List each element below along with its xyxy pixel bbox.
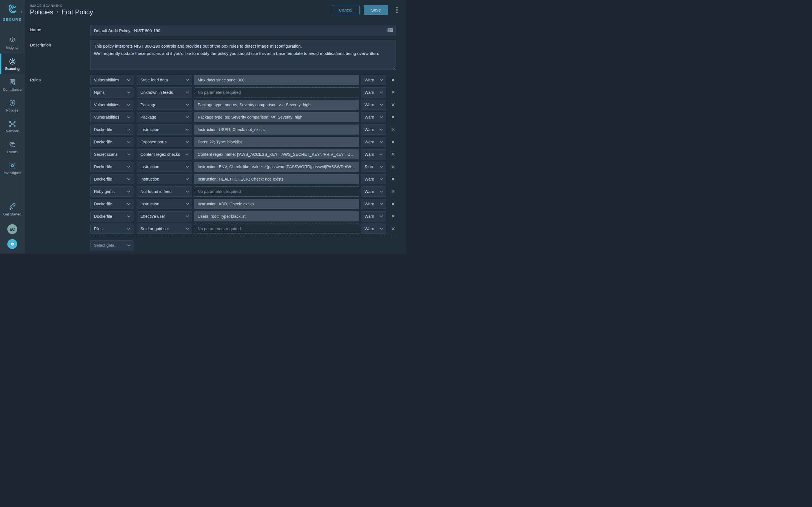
remove-rule-icon[interactable]: ✕ (390, 75, 396, 85)
gate-dropdown[interactable]: Dockerfile (90, 211, 133, 221)
rule-row: Files Suid or guid set No parameters req… (90, 224, 396, 234)
remove-rule-icon[interactable]: ✕ (390, 224, 396, 234)
remove-rule-icon[interactable]: ✕ (390, 211, 396, 221)
gate-dropdown[interactable]: Vulnerabilities (90, 100, 133, 110)
remove-rule-icon[interactable]: ✕ (390, 149, 396, 159)
rule-parameters[interactable]: Instruction: ENV; Check: like; Value: .*… (194, 162, 359, 172)
remove-rule-icon[interactable]: ✕ (390, 199, 396, 209)
remove-rule-icon[interactable]: ✕ (390, 124, 396, 135)
action-dropdown[interactable]: Warn (361, 124, 386, 135)
trigger-dropdown[interactable]: Instruction (137, 162, 192, 172)
trigger-dropdown[interactable]: Exposed ports (137, 137, 192, 147)
action-dropdown[interactable]: Warn (361, 149, 386, 159)
action-dropdown[interactable]: Warn (361, 100, 386, 110)
trigger-dropdown[interactable]: Not found in feed (137, 186, 192, 196)
action-dropdown[interactable]: Warn (361, 137, 386, 147)
gate-dropdown[interactable]: Vulnerabilities (90, 75, 133, 85)
action-dropdown[interactable]: Warn (361, 112, 386, 122)
trigger-dropdown[interactable]: Unknown in feeds (137, 87, 192, 98)
sidebar-item-label: Events (7, 150, 17, 154)
name-label: Name (30, 25, 90, 36)
chevron-down-icon (380, 92, 383, 94)
gate-dropdown[interactable]: Dockerfile (90, 137, 133, 147)
gate-dropdown[interactable]: Dockerfile (90, 199, 133, 209)
remove-rule-icon[interactable]: ✕ (390, 87, 396, 98)
remove-rule-icon[interactable]: ✕ (390, 112, 396, 122)
brand-name: SECURE (3, 17, 21, 22)
action-dropdown[interactable]: Warn (361, 174, 386, 184)
trigger-dropdown[interactable]: Stale feed data (137, 75, 192, 85)
policy-description-textarea[interactable]: This policy interprets NIST 800-190 cont… (90, 40, 396, 70)
rule-parameters-text: No parameters required (198, 226, 241, 231)
contact-card-icon[interactable] (388, 28, 393, 34)
gate-dropdown[interactable]: Dockerfile (90, 174, 133, 184)
viewfinder-icon (8, 162, 17, 170)
action-dropdown[interactable]: Stop (361, 162, 386, 172)
sidebar-item-compliance[interactable]: Compliance (0, 74, 24, 95)
chevron-down-icon (380, 216, 383, 217)
action-dropdown[interactable]: Warn (361, 224, 386, 234)
gate-dropdown[interactable]: Dockerfile (90, 124, 133, 135)
trigger-dropdown[interactable]: Instruction (137, 174, 192, 184)
sidebar-nav: Insights Scanning Compliance (0, 33, 24, 179)
trigger-dropdown[interactable]: Instruction (137, 124, 192, 135)
user-avatar[interactable]: EC (7, 224, 17, 234)
remove-rule-icon[interactable]: ✕ (390, 137, 396, 147)
rule-row: Dockerfile Exposed ports Ports: 22; Type… (90, 137, 396, 147)
rule-parameters[interactable]: Package type: non-os; Severity compariso… (194, 100, 359, 110)
sidebar-item-label: Scanning (5, 67, 19, 71)
remove-rule-icon[interactable]: ✕ (390, 174, 396, 184)
save-button[interactable]: Save (364, 5, 388, 15)
trigger-dropdown[interactable]: Effective user (137, 211, 192, 221)
sidebar-expand-chevron[interactable]: › (20, 8, 22, 14)
trigger-dropdown[interactable]: Suid or guid set (137, 224, 192, 234)
chevron-down-icon (186, 79, 189, 81)
select-gate-dropdown[interactable]: Select gate... (90, 240, 133, 250)
sidebar-item-network[interactable]: Network (0, 116, 24, 137)
gate-dropdown[interactable]: Ruby gems (90, 186, 133, 196)
gate-dropdown[interactable]: Npms (90, 87, 133, 98)
action-value: Warn (364, 140, 374, 144)
gate-dropdown[interactable]: Secret scans (90, 149, 133, 159)
gate-dropdown[interactable]: Dockerfile (90, 162, 133, 172)
chat-bubble-button[interactable] (7, 239, 17, 249)
gate-dropdown[interactable]: Files (90, 224, 133, 234)
kebab-menu-button[interactable] (395, 6, 399, 14)
rule-parameters[interactable]: Users: root; Type: blacklist (194, 211, 359, 221)
chevron-down-icon (186, 154, 189, 156)
sidebar-item-policies[interactable]: Policies (0, 95, 24, 116)
trigger-dropdown[interactable]: Instruction (137, 199, 192, 209)
trigger-dropdown[interactable]: Content regex checks (137, 149, 192, 159)
sidebar-item-investigate[interactable]: Investigate (0, 158, 24, 179)
breadcrumb-policies-link[interactable]: Policies (30, 8, 53, 16)
policy-name-input[interactable] (90, 25, 396, 36)
sidebar-item-scanning[interactable]: Scanning (0, 54, 24, 74)
gate-dropdown[interactable]: Vulnerabilities (90, 112, 133, 122)
action-dropdown[interactable]: Warn (361, 186, 386, 196)
cancel-button[interactable]: Cancel (332, 5, 360, 15)
trigger-dropdown[interactable]: Package (137, 100, 192, 110)
action-dropdown[interactable]: Warn (361, 87, 386, 98)
layers-icon (8, 37, 17, 44)
section-title: IMAGE SCANNING (30, 4, 93, 7)
remove-rule-icon[interactable]: ✕ (390, 100, 396, 110)
sidebar-item-events[interactable]: Events (0, 137, 24, 158)
rule-parameters[interactable]: Max days since sync: 300 (194, 75, 359, 85)
rule-parameters[interactable]: Instruction: HEALTHCHECK; Check: not_exi… (194, 174, 359, 184)
remove-rule-icon[interactable]: ✕ (390, 186, 396, 196)
chevron-down-icon (127, 178, 130, 180)
rule-parameters[interactable]: Package type: os; Severity comparison: >… (194, 112, 359, 122)
rule-parameters[interactable]: Instruction: USER; Check: not_exists (194, 124, 359, 135)
rule-parameters[interactable]: Content regex name: ['AWS_ACCESS_KEY', '… (194, 149, 359, 159)
rule-parameters[interactable]: Ports: 22; Type: blacklist (194, 137, 359, 147)
rule-row: Npms Unknown in feeds No parameters requ… (90, 87, 396, 98)
sidebar-item-get-started[interactable]: Get Started (0, 199, 24, 220)
sidebar-item-label: Network (6, 129, 19, 133)
action-dropdown[interactable]: Warn (361, 199, 386, 209)
action-dropdown[interactable]: Warn (361, 75, 386, 85)
trigger-dropdown[interactable]: Package (137, 112, 192, 122)
rule-parameters[interactable]: Instruction: ADD; Check: exists (194, 199, 359, 209)
action-dropdown[interactable]: Warn (361, 211, 386, 221)
remove-rule-icon[interactable]: ✕ (390, 162, 396, 172)
sidebar-item-insights[interactable]: Insights (0, 33, 24, 54)
